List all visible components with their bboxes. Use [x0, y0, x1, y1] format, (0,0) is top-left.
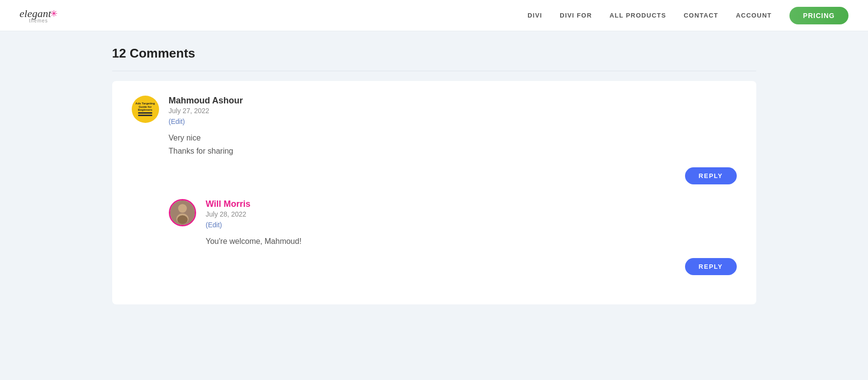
nav-item-divi-for[interactable]: DIVI FOR: [560, 12, 592, 19]
avatar-image: [170, 200, 195, 225]
main-nav: DIVI DIVI FOR ALL PRODUCTS CONTACT ACCOU…: [527, 7, 848, 24]
svg-point-3: [177, 216, 187, 224]
comment-date: July 28, 2022: [206, 210, 737, 218]
comment-line: Very nice: [169, 131, 737, 144]
comment-author: Will Morris: [206, 199, 737, 209]
reply-button[interactable]: REPLY: [685, 258, 737, 275]
comment-line: Thanks for sharing: [169, 144, 737, 158]
svg-point-1: [178, 204, 187, 213]
comment-text: You're welcome, Mahmoud!: [206, 235, 737, 248]
site-logo[interactable]: elegant ✳ themes: [20, 7, 58, 23]
comment-item: Ads TargetingGuide forBeginners Mahmoud …: [132, 96, 737, 184]
comment-author: Mahmoud Ashour: [169, 96, 737, 106]
reply-button[interactable]: REPLY: [685, 167, 737, 184]
nav-item-account[interactable]: ACCOUNT: [736, 12, 771, 19]
reply-wrapper: REPLY: [169, 258, 737, 275]
logo-sub-text: themes: [29, 18, 48, 23]
comment-item: Will Morris July 28, 2022 (Edit) You're …: [169, 199, 737, 275]
comments-container: Ads TargetingGuide forBeginners Mahmoud …: [112, 81, 756, 304]
comment-body: Mahmoud Ashour July 27, 2022 (Edit) Very…: [169, 96, 737, 158]
reply-wrapper: REPLY: [132, 167, 737, 184]
site-header: elegant ✳ themes DIVI DIVI FOR ALL PRODU…: [0, 0, 868, 31]
avatar-image: Ads TargetingGuide forBeginners: [132, 96, 159, 123]
nav-item-all-products[interactable]: ALL PRODUCTS: [609, 12, 666, 19]
avatar: [169, 199, 196, 226]
nav-item-contact[interactable]: CONTACT: [684, 12, 718, 19]
main-content: 12 Comments Ads TargetingGuide forBeginn…: [93, 31, 776, 319]
nav-item-divi[interactable]: DIVI: [527, 12, 542, 19]
comment-edit-link[interactable]: (Edit): [206, 221, 737, 229]
avatar: Ads TargetingGuide forBeginners: [132, 96, 159, 123]
pricing-button[interactable]: PRICING: [789, 7, 848, 24]
comment-edit-link[interactable]: (Edit): [169, 118, 737, 125]
comment-date: July 27, 2022: [169, 107, 737, 115]
section-divider: [112, 71, 756, 71]
comment-body: Will Morris July 28, 2022 (Edit) You're …: [206, 199, 737, 248]
logo-star-icon: ✳: [50, 8, 58, 19]
comment-text: Very nice Thanks for sharing: [169, 131, 737, 158]
comments-title: 12 Comments: [112, 46, 756, 61]
comment-line: You're welcome, Mahmoud!: [206, 235, 737, 248]
